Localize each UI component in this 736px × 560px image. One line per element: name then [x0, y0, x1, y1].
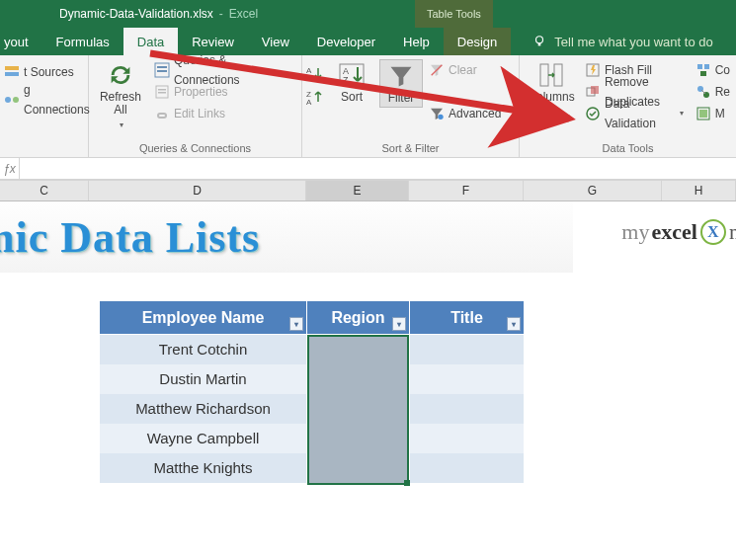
relationships-icon — [695, 84, 711, 100]
col-e[interactable]: E — [306, 181, 409, 200]
svg-point-20 — [438, 115, 443, 120]
chevron-down-icon: ▾ — [120, 119, 123, 131]
fx-icon[interactable]: ƒx — [0, 158, 20, 179]
table-row[interactable]: Matthe Knights — [100, 453, 525, 483]
cell-title[interactable] — [410, 364, 525, 394]
filter-dropdown-icon[interactable]: ▾ — [392, 317, 406, 331]
column-headers: C D E F G H — [0, 180, 736, 201]
filter-icon — [387, 62, 415, 90]
svg-rect-2 — [5, 66, 19, 70]
sort-desc-icon[interactable]: ZA — [306, 89, 324, 107]
svg-rect-7 — [157, 66, 167, 68]
group-queries: Refresh All ▾ Queries & Connections Prop… — [89, 55, 302, 157]
svg-text:Z: Z — [306, 74, 311, 83]
svg-text:Z: Z — [343, 75, 349, 85]
svg-rect-1 — [538, 43, 541, 46]
refresh-all-button[interactable]: Refresh All ▾ — [93, 59, 148, 133]
cell-employee[interactable]: Matthew Richardson — [100, 394, 307, 424]
worksheet-area[interactable]: nic Data Lists my excel X nl Employee Na… — [0, 201, 736, 560]
cell-employee[interactable]: Wayne Campbell — [100, 424, 307, 453]
tab-data[interactable]: Data — [123, 28, 178, 55]
edit-links-icon — [154, 106, 170, 121]
text-to-columns-button[interactable]: Columns — [524, 59, 579, 106]
edit-links: Edit Links — [154, 103, 295, 124]
cell-region[interactable] — [307, 364, 410, 394]
brand-logo: my excel X nl — [621, 219, 736, 245]
cell-title[interactable] — [410, 335, 525, 364]
tab-help[interactable]: Help — [389, 28, 444, 55]
advanced-filter[interactable]: Advanced — [429, 103, 501, 124]
filter-button[interactable]: Filter — [379, 59, 423, 108]
relationships-partial[interactable]: Re — [695, 81, 730, 103]
group-datatools: Columns Flash Fill Remove Duplicates — [520, 55, 736, 157]
svg-rect-10 — [158, 89, 166, 91]
formula-bar: ƒx — [0, 158, 736, 180]
col-g[interactable]: G — [524, 181, 662, 200]
svg-text:A: A — [306, 98, 312, 107]
tab-design[interactable]: Design — [444, 28, 511, 55]
columns-icon — [537, 61, 565, 89]
ribbon-tabs: yout Formulas Data Review View Developer… — [0, 28, 736, 55]
col-h[interactable]: H — [662, 181, 736, 200]
col-c[interactable]: C — [0, 181, 89, 200]
cell-region[interactable] — [307, 394, 410, 424]
group-label-queries: Queries & Connections — [89, 140, 301, 157]
brand-nl: nl — [729, 219, 736, 245]
sort-icon: AZ — [338, 61, 366, 89]
cell-region[interactable] — [307, 335, 410, 364]
svg-rect-3 — [5, 72, 19, 76]
group-getdata: t Sources g Connections — [0, 55, 89, 157]
svg-point-0 — [536, 37, 543, 43]
formula-input[interactable] — [20, 158, 736, 179]
connections-icon — [4, 92, 20, 108]
col-d[interactable]: D — [89, 181, 306, 200]
remove-duplicates-icon — [585, 84, 601, 100]
header-employee[interactable]: Employee Name ▾ — [100, 301, 307, 335]
existing-connections[interactable]: g Connections — [4, 89, 90, 111]
manage-model-partial[interactable]: M — [695, 103, 730, 124]
svg-rect-25 — [591, 86, 599, 94]
tell-me-search[interactable]: Tell me what you want to do — [532, 28, 712, 55]
svg-rect-22 — [554, 64, 562, 86]
contextual-tab-label: Table Tools — [415, 0, 493, 28]
table-row[interactable]: Dustin Martin — [100, 364, 525, 394]
col-f[interactable]: F — [409, 181, 524, 200]
table-row[interactable]: Wayne Campbell — [100, 424, 525, 453]
tab-developer[interactable]: Developer — [303, 28, 389, 55]
banner-text: nic Data Lists — [0, 212, 260, 263]
cell-employee[interactable]: Trent Cotchin — [100, 335, 307, 364]
file-name: Dynamic-Data-Validation.xlsx — [59, 7, 213, 21]
svg-line-32 — [701, 90, 705, 94]
sort-asc-icon[interactable]: AZ — [306, 65, 324, 83]
filter-dropdown-icon[interactable]: ▾ — [289, 317, 303, 331]
cell-employee[interactable]: Matthe Knights — [100, 453, 307, 483]
cell-title[interactable] — [410, 424, 525, 453]
sort-button[interactable]: AZ Sort — [330, 59, 373, 106]
cell-region[interactable] — [307, 453, 410, 483]
tab-formulas[interactable]: Formulas — [42, 28, 123, 55]
title-bar: Dynamic-Data-Validation.xlsx - Excel Tab… — [0, 0, 736, 28]
cell-title[interactable] — [410, 453, 525, 483]
filter-dropdown-icon[interactable]: ▾ — [507, 317, 521, 331]
header-region[interactable]: Region ▾ — [307, 301, 410, 335]
sources-icon — [4, 64, 20, 80]
header-title[interactable]: Title ▾ — [410, 301, 525, 335]
group-label-getdata — [0, 140, 88, 157]
table-row[interactable]: Trent Cotchin — [100, 335, 525, 364]
cell-region[interactable] — [307, 424, 410, 453]
queries-icon — [154, 62, 170, 78]
consolidate-partial[interactable]: Co — [695, 59, 730, 81]
clear-filter: Clear — [429, 59, 501, 81]
consolidate-icon — [695, 62, 711, 78]
svg-rect-11 — [158, 92, 166, 94]
lightbulb-icon — [532, 35, 546, 48]
data-validation[interactable]: Data Validation ▾ — [585, 103, 684, 124]
queries-connections[interactable]: Queries & Connections — [154, 59, 295, 81]
tab-layout[interactable]: yout — [0, 28, 42, 55]
refresh-icon — [107, 61, 134, 89]
table-row[interactable]: Matthew Richardson — [100, 394, 525, 424]
brand-excel: excel — [651, 219, 696, 245]
cell-title[interactable] — [410, 394, 525, 424]
cell-employee[interactable]: Dustin Martin — [100, 364, 307, 394]
svg-rect-27 — [697, 64, 702, 69]
